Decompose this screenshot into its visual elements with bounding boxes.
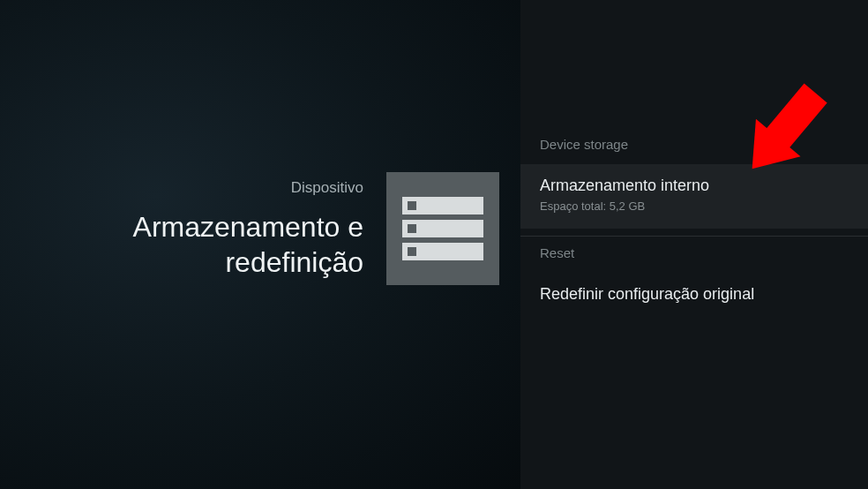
right-pane: Device storage Armazenamento interno Esp… [520,0,868,489]
storage-icon-bar [402,243,483,260]
page-title-line1: Armazenamento e [133,211,363,243]
row-factory-reset-title: Redefinir configuração original [540,285,849,304]
category-label: Dispositivo [133,179,363,197]
left-text-block: Dispositivo Armazenamento e redefinição [133,179,363,280]
row-internal-storage[interactable]: Armazenamento interno Espaço total: 5,2 … [520,164,868,229]
left-pane: Dispositivo Armazenamento e redefinição [0,0,520,489]
section-header-reset: Reset [520,245,868,273]
storage-icon-bar [402,197,483,214]
row-internal-storage-subtitle: Espaço total: 5,2 GB [540,199,849,213]
settings-screen: Dispositivo Armazenamento e redefinição … [0,0,868,489]
row-factory-reset[interactable]: Redefinir configuração original [520,273,868,320]
page-title-line2: redefinição [225,246,363,278]
storage-icon [386,172,499,285]
storage-icon-bar [402,220,483,237]
row-internal-storage-title: Armazenamento interno [540,177,849,195]
section-header-device-storage: Device storage [520,137,868,164]
divider [520,236,868,237]
page-title: Armazenamento e redefinição [133,209,363,280]
left-content-block: Dispositivo Armazenamento e redefinição [133,172,499,285]
